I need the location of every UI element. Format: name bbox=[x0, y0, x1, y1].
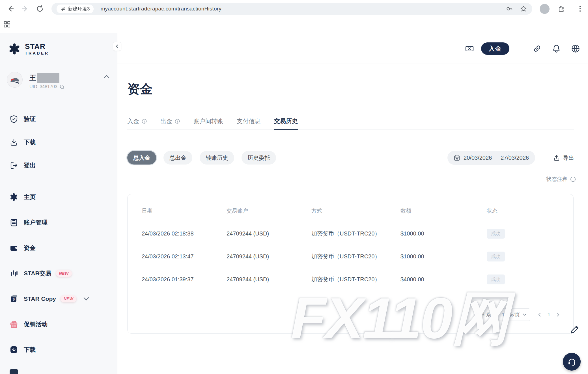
tab-payment-info[interactable]: 支付信息 bbox=[237, 115, 260, 129]
status-note-label: 状态注释 bbox=[546, 176, 568, 183]
cell-amount: $1000.00 bbox=[400, 230, 487, 237]
status-note: 状态注释 bbox=[546, 176, 576, 183]
back-icon[interactable] bbox=[6, 5, 15, 13]
cell-method: 加密货币（USDT-TRC20） bbox=[311, 230, 400, 237]
status-badge: 成功 bbox=[487, 252, 505, 261]
sidebar-item-logout[interactable]: 登出 bbox=[10, 159, 36, 172]
environment-chip[interactable]: 新建环境3 bbox=[57, 5, 94, 13]
sidebar-item-label: 主页 bbox=[24, 193, 36, 201]
export-button[interactable]: 导出 bbox=[553, 154, 574, 162]
support-button[interactable] bbox=[563, 353, 581, 371]
sidebar-item-promotions[interactable]: 促销活动 bbox=[10, 318, 48, 330]
info-icon[interactable] bbox=[142, 119, 147, 124]
info-icon[interactable] bbox=[570, 176, 576, 182]
pagination-total: 共 3 条 bbox=[475, 311, 491, 318]
cell-date: 24/03/2026 01:39:37 bbox=[142, 276, 227, 283]
cell-account: 24709244 (USD) bbox=[227, 253, 311, 260]
star-home-icon bbox=[10, 193, 18, 201]
download-icon bbox=[10, 138, 18, 146]
deposit-button[interactable]: 入金 bbox=[481, 42, 509, 55]
bell-icon[interactable] bbox=[552, 44, 561, 53]
sidebar-item-funds[interactable]: 资金 bbox=[10, 242, 36, 254]
sidebar-item-partial bbox=[10, 369, 18, 374]
sidebar-item-verify[interactable]: 验证 bbox=[10, 113, 36, 125]
chevron-down-icon bbox=[83, 297, 89, 301]
chrome-right-cluster bbox=[532, 4, 584, 14]
clipboard-icon bbox=[10, 218, 18, 227]
brand-logo: STAR TRADER bbox=[8, 42, 49, 55]
avatar bbox=[7, 72, 23, 88]
extensions-icon[interactable] bbox=[557, 5, 565, 13]
filter-total-deposit[interactable]: 总入金 bbox=[127, 151, 156, 165]
export-icon bbox=[553, 154, 560, 161]
filter-total-withdrawal[interactable]: 总出金 bbox=[163, 151, 192, 165]
sidebar-item-download-app[interactable]: 下载 bbox=[10, 343, 36, 356]
bookmark-star-icon[interactable] bbox=[520, 5, 527, 12]
svg-text:$: $ bbox=[12, 297, 15, 301]
gift-icon bbox=[10, 320, 18, 328]
page-size-select[interactable]: 10条/页 bbox=[498, 308, 530, 321]
globe-icon[interactable] bbox=[571, 44, 580, 53]
sidebar-divider bbox=[0, 180, 117, 180]
col-account: 交易账户 bbox=[227, 207, 311, 215]
col-method: 方式 bbox=[311, 207, 400, 215]
sidebar-item-star-copy[interactable]: $ STAR Copy NEW bbox=[10, 293, 89, 305]
tab-transaction-history[interactable]: 交易历史 bbox=[274, 115, 298, 130]
calendar-icon bbox=[454, 155, 460, 161]
sidebar-collapse-button[interactable] bbox=[113, 42, 121, 51]
new-badge: NEW bbox=[61, 295, 76, 302]
forward-icon[interactable] bbox=[21, 5, 29, 13]
sidebar-item-accounts[interactable]: 账户管理 bbox=[10, 216, 48, 229]
tab-deposit[interactable]: 入金 bbox=[127, 115, 147, 129]
divider bbox=[522, 43, 522, 54]
next-page-icon[interactable] bbox=[555, 312, 561, 317]
apps-grid-icon[interactable] bbox=[3, 21, 11, 28]
table-header: 日期 交易账户 方式 数额 状态 bbox=[128, 194, 573, 222]
page-title: 资金 bbox=[127, 81, 153, 98]
environment-label: 新建环境3 bbox=[68, 6, 90, 12]
table-row: 24/03/2026 01:39:37 24709244 (USD) 加密货币（… bbox=[128, 268, 573, 291]
info-icon[interactable] bbox=[175, 119, 180, 124]
edit-pencil-icon[interactable] bbox=[569, 324, 580, 335]
app-window: STAR TRADER 王 UID: 3481703 bbox=[0, 33, 588, 374]
cell-account: 24709244 (USD) bbox=[227, 230, 311, 237]
tab-transfer[interactable]: 账户间转账 bbox=[193, 115, 223, 129]
sidebar-item-label: 促销活动 bbox=[24, 320, 48, 328]
cell-amount: $4000.00 bbox=[400, 276, 487, 283]
col-amount: 数额 bbox=[400, 207, 487, 215]
chip-label: 总入金 bbox=[133, 154, 150, 162]
status-badge: 成功 bbox=[487, 229, 505, 239]
coupon-icon[interactable] bbox=[465, 44, 474, 53]
prev-page-icon[interactable] bbox=[537, 312, 542, 317]
browser-toolbar: 新建环境3 myaccount.startraderapac.com/trans… bbox=[0, 0, 588, 18]
date-range-picker[interactable]: 20/03/2026 - 27/03/2026 bbox=[447, 151, 535, 165]
password-key-icon[interactable] bbox=[506, 5, 513, 12]
tab-withdraw[interactable]: 出金 bbox=[160, 115, 180, 129]
sidebar-item-label: STAR Copy bbox=[24, 295, 56, 302]
download-box-icon bbox=[10, 345, 18, 354]
page-number[interactable]: 1 bbox=[547, 312, 550, 318]
col-date: 日期 bbox=[142, 207, 227, 215]
filter-transfer-history[interactable]: 转账历史 bbox=[200, 151, 234, 165]
url-bar[interactable]: 新建环境3 myaccount.startraderapac.com/trans… bbox=[51, 3, 532, 15]
deposit-button-label: 入金 bbox=[489, 45, 502, 53]
logo-text-trader: TRADER bbox=[25, 51, 49, 55]
menu-kebab-icon[interactable] bbox=[576, 5, 584, 13]
sidebar-item-home[interactable]: 主页 bbox=[10, 191, 36, 203]
sidebar-item-star-trade[interactable]: STAR交易 NEW bbox=[10, 267, 72, 280]
headset-icon bbox=[567, 357, 576, 366]
filter-order-history[interactable]: 历史委托 bbox=[242, 151, 276, 165]
user-uid: UID: 3481703 bbox=[29, 84, 57, 89]
browser-profile-avatar[interactable] bbox=[540, 4, 550, 14]
sidebar-item-download[interactable]: 下载 bbox=[10, 136, 36, 148]
chevron-up-icon[interactable] bbox=[104, 75, 110, 79]
refresh-icon[interactable] bbox=[36, 5, 44, 13]
pagination: 共 3 条 10条/页 1 bbox=[128, 296, 573, 333]
link-icon[interactable] bbox=[532, 44, 542, 53]
table-row: 24/03/2026 02:13:47 24709244 (USD) 加密货币（… bbox=[128, 245, 573, 268]
copy-uid-icon[interactable] bbox=[60, 85, 64, 89]
page-size-label: 10条/页 bbox=[502, 311, 520, 318]
date-end: 27/03/2026 bbox=[501, 155, 529, 161]
chip-label: 转账历史 bbox=[206, 154, 228, 162]
col-status: 状态 bbox=[487, 207, 559, 215]
